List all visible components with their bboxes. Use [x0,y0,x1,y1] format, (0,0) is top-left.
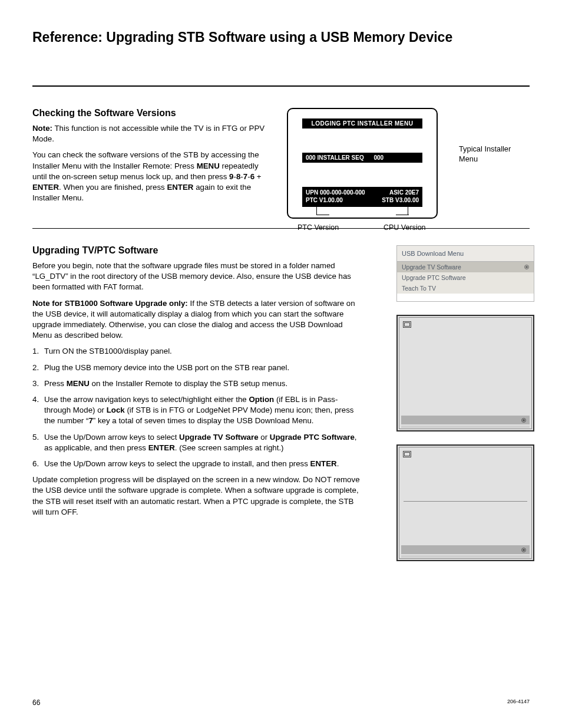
selection-bar [401,545,530,554]
installer-bottom-bar: UPN 000-000-000-000ASIC 20E7 PTC V1.00.0… [302,187,422,207]
ptc-version-label: PTC Version [297,223,339,232]
installer-title-bar: LODGING PTC INSTALLER MENU [302,118,422,129]
note-paragraph: Note: This function is not accessible wh… [32,123,267,144]
usb-download-menu-figure: USB Download Menu Upgrade TV Software Up… [396,245,534,302]
screen-sample-figure [396,444,534,561]
usb-menu-item: Upgrade PTC Software [397,272,534,283]
usb-menu-item: Upgrade TV Software [397,262,534,272]
instruction-paragraph: You can check the software versions of t… [32,150,267,203]
section-heading-checking: Checking the Software Versions [32,108,267,118]
paragraph: Update completion progress will be displ… [32,475,360,518]
section-heading-upgrading: Upgrading TV/PTC Software [32,245,360,256]
radio-icon [524,265,529,269]
typical-installer-label: Typical Installer Menu [459,144,530,164]
installer-mid-bar: 000 INSTALLER SEQ 000 [302,153,422,163]
cpu-version-label: CPU Version [384,223,426,232]
selection-bar [401,416,530,424]
steps-list: 1.Turn ON the STB1000/display panel. 2.P… [32,346,360,469]
screen-icon [403,451,411,457]
radio-icon [521,548,526,552]
page-number: 66 [32,699,40,707]
screen-icon [403,321,411,328]
thin-divider [32,228,530,229]
divider [32,85,530,87]
usb-menu-title: USB Download Menu [397,246,534,261]
svg-rect-1 [405,323,410,327]
screen-sample-figure [396,315,534,431]
usb-menu-item: Teach To TV [397,283,534,294]
paragraph: Before you begin, note that the software… [32,261,360,293]
note-paragraph: Note for STB1000 Software Upgrade only: … [32,298,360,341]
page-title: Reference: Upgrading STB Software using … [32,29,530,45]
document-number: 206-4147 [507,699,530,707]
svg-rect-3 [405,453,410,456]
radio-icon [521,418,526,423]
installer-menu-figure: LODGING PTC INSTALLER MENU 000 INSTALLER… [287,108,440,220]
